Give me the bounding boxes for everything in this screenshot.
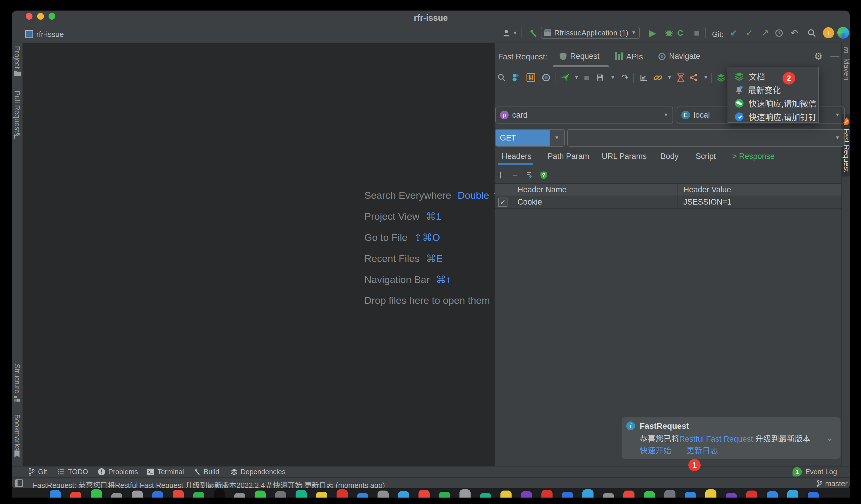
folder-icon[interactable] xyxy=(13,69,21,77)
dock-app-icon[interactable] xyxy=(705,489,716,498)
docs-layers-icon[interactable] xyxy=(716,72,726,83)
dock-app-icon[interactable] xyxy=(398,491,409,498)
toolwindow-build[interactable]: Build xyxy=(194,466,219,477)
menu-item-wechat-support[interactable]: 快速响应,请加微信 xyxy=(728,97,818,110)
dock-app-icon[interactable] xyxy=(152,491,163,498)
tab-navigate[interactable]: Navigate xyxy=(658,52,700,61)
structure-icon[interactable] xyxy=(13,395,20,402)
dock-app-icon[interactable] xyxy=(746,491,757,498)
sidebar-item-structure[interactable]: Structure xyxy=(13,364,22,393)
send-request-icon[interactable] xyxy=(560,72,570,83)
dock-app-icon[interactable] xyxy=(296,490,307,498)
dock-app-icon[interactable] xyxy=(91,489,102,498)
column-header-name[interactable]: Header Name xyxy=(517,185,566,194)
dock-app-icon[interactable] xyxy=(439,492,450,498)
settings-sliders-icon[interactable] xyxy=(525,72,536,83)
dock-app-icon[interactable] xyxy=(275,491,286,498)
send-dropdown-icon[interactable]: ▼ xyxy=(571,72,582,83)
account-profile-icon[interactable] xyxy=(510,72,521,83)
git-branch-widget[interactable]: master xyxy=(817,479,848,488)
dock-app-icon[interactable] xyxy=(542,490,552,498)
git-update-icon[interactable]: ↙ xyxy=(728,28,739,38)
dock-app-icon[interactable] xyxy=(726,493,737,498)
tab-apis[interactable]: APIs xyxy=(615,52,643,62)
menu-item-whats-new[interactable]: 最新变化 xyxy=(728,83,818,97)
git-commit-icon[interactable]: ✓ xyxy=(744,28,754,38)
url-input[interactable]: ▼ xyxy=(567,129,845,147)
header-enabled-checkbox[interactable]: ✓ xyxy=(498,197,507,207)
tab-response[interactable]: > Response xyxy=(732,152,775,161)
search-icon[interactable] xyxy=(496,72,507,83)
dock-app-icon[interactable] xyxy=(685,492,696,498)
toolwindow-terminal[interactable]: Terminal xyxy=(147,466,184,477)
dock-app-icon[interactable] xyxy=(255,491,266,498)
code-with-me-icon[interactable] xyxy=(837,27,849,39)
share-icon[interactable] xyxy=(688,72,699,83)
dock-app-icon[interactable] xyxy=(501,491,511,498)
event-log-button[interactable]: 1 Event Log xyxy=(793,466,837,477)
dock-app-icon[interactable] xyxy=(623,491,634,498)
tab-path-param[interactable]: Path Param xyxy=(548,152,589,161)
tab-url-params[interactable]: URL Params xyxy=(602,152,647,161)
project-select[interactable]: p card ▼ xyxy=(495,107,673,123)
dock-app-icon[interactable] xyxy=(337,489,348,498)
rollback-icon[interactable]: ↶ xyxy=(789,28,800,38)
save-dropdown-icon[interactable]: ▼ xyxy=(607,72,618,83)
menu-item-dingtalk-support[interactable]: 快速响应,请加钉钉 xyxy=(728,110,818,123)
table-row[interactable]: ✓ Cookie JSESSION=1 xyxy=(495,195,842,209)
dock-app-icon[interactable] xyxy=(193,492,204,498)
column-header-value[interactable]: Header Value xyxy=(683,185,731,194)
generate-headers-icon[interactable] xyxy=(524,170,535,180)
dock-app-icon[interactable] xyxy=(214,489,225,498)
user-dropdown-icon[interactable]: ▼ xyxy=(510,28,520,38)
tab-script[interactable]: Script xyxy=(696,152,716,161)
toolwindow-todo[interactable]: TODO xyxy=(58,466,88,477)
add-header-button[interactable]: ＋ xyxy=(495,170,506,180)
dock-app-icon[interactable] xyxy=(132,491,143,498)
dock-app-icon[interactable] xyxy=(173,490,184,498)
dock-app-icon[interactable] xyxy=(521,491,532,498)
dock-app-icon[interactable] xyxy=(460,489,470,498)
toolwindow-git[interactable]: Git xyxy=(28,466,47,477)
hide-panel-icon[interactable]: — xyxy=(830,50,839,61)
remove-header-button[interactable]: − xyxy=(510,170,520,180)
gear-icon[interactable]: ⚙ xyxy=(814,51,823,62)
link-dropdown-icon[interactable]: ▼ xyxy=(664,72,675,83)
dock-app-icon[interactable] xyxy=(357,493,368,498)
history-clock-icon[interactable] xyxy=(774,28,784,38)
save-icon[interactable] xyxy=(595,72,605,83)
header-value-cell[interactable]: JSESSION=1 xyxy=(683,197,732,207)
toolwindow-toggle-icon[interactable] xyxy=(15,479,23,487)
dock-app-icon[interactable] xyxy=(419,490,429,498)
target-icon[interactable] xyxy=(541,72,551,83)
sidebar-item-pull-requests[interactable]: Pull Requests xyxy=(13,91,22,136)
status-message[interactable]: FastRequest: 恭喜您已将Restful Fast Request 升… xyxy=(33,479,385,488)
quick-start-link[interactable]: 快速开始 xyxy=(640,446,671,455)
ide-update-icon[interactable]: ↑ xyxy=(823,27,834,38)
tab-request[interactable]: Request xyxy=(559,52,600,61)
changelog-link[interactable]: 更新日志 xyxy=(686,446,718,455)
dock-app-icon[interactable] xyxy=(316,492,327,498)
stop-button[interactable]: ■ xyxy=(691,28,702,38)
pull-request-icon[interactable] xyxy=(13,132,21,140)
run-with-coverage-button[interactable]: C xyxy=(675,28,685,38)
run-configuration-select[interactable]: RfrIssueApplication (1) ▼ xyxy=(541,27,640,39)
dock-app-icon[interactable] xyxy=(70,492,81,498)
stop-request-icon[interactable]: ■ xyxy=(581,72,592,83)
tab-body[interactable]: Body xyxy=(660,152,679,161)
debug-button[interactable] xyxy=(664,28,674,38)
run-button[interactable]: ▶ xyxy=(647,28,658,38)
toolwindow-problems[interactable]: Problems xyxy=(98,466,138,477)
dock-app-icon[interactable] xyxy=(111,493,122,498)
header-name-cell[interactable]: Cookie xyxy=(517,197,542,207)
dock-app-icon[interactable] xyxy=(603,493,614,498)
tab-headers[interactable]: Headers xyxy=(502,152,532,161)
search-everywhere-icon[interactable] xyxy=(807,28,817,38)
method-select[interactable]: GET ▼ xyxy=(495,129,565,147)
hourglass-icon[interactable] xyxy=(675,72,686,83)
dock-app-icon[interactable] xyxy=(808,492,819,498)
notification-balloon[interactable]: i FastRequest 恭喜您已将Restful Fast Request … xyxy=(621,417,840,459)
build-hammer-icon[interactable] xyxy=(528,28,539,38)
toolwindow-dependencies[interactable]: Dependencies xyxy=(231,466,285,477)
dock-app-icon[interactable] xyxy=(644,491,655,498)
